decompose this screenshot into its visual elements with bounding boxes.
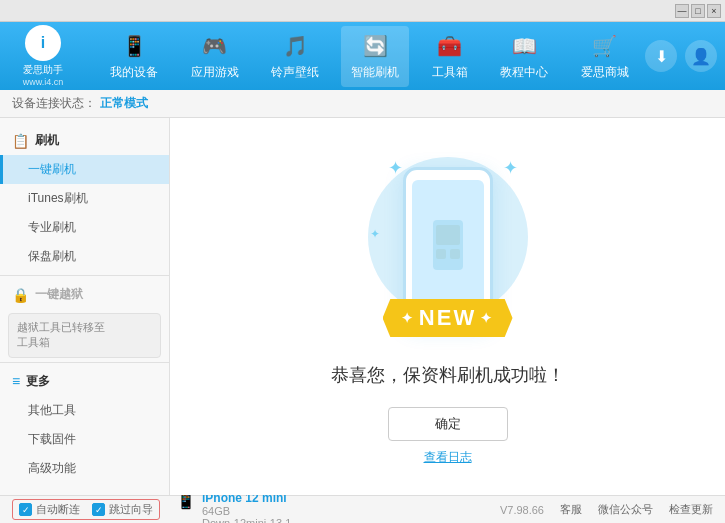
nav-my-device[interactable]: 📱 我的设备 [100,26,168,87]
sidebar-other-tools[interactable]: 其他工具 [0,396,169,425]
sidebar-divider-1 [0,275,169,276]
download-button[interactable]: ⬇ [645,40,677,72]
window-controls[interactable]: — □ × [675,4,721,18]
new-banner: ✦ NEW ✦ [383,299,513,337]
apps-games-icon: 🎮 [201,32,229,60]
nav-vip-mall[interactable]: 🛒 爱思商城 [571,26,639,87]
ringtones-icon: 🎵 [281,32,309,60]
nav-items: 📱 我的设备 🎮 应用游戏 🎵 铃声壁纸 🔄 智能刷机 🧰 工具箱 📖 教程中心… [94,26,645,87]
sidebar-one-click-flash[interactable]: 一键刷机 [0,155,169,184]
sidebar-save-flash[interactable]: 保盘刷机 [0,242,169,271]
success-text: 恭喜您，保资料刷机成功啦！ [331,363,565,387]
title-bar: — □ × [0,0,725,22]
content-area: ✦ ✦ ✦ ✦ NEW ✦ 恭喜您，保资料刷机成功啦！ 确定 查看日志 [170,118,725,495]
device-info-area: 📱 iPhone 12 mini 64GB Down-12mini-13,1 [176,491,291,524]
nav-apps-games[interactable]: 🎮 应用游戏 [181,26,249,87]
flash-section-icon: 📋 [12,133,29,149]
wechat-official-link[interactable]: 微信公众号 [598,502,653,517]
svg-rect-2 [436,249,446,259]
phone-screen [412,180,484,310]
sidebar-pro-flash[interactable]: 专业刷机 [0,213,169,242]
header: i 爱思助手 www.i4.cn 📱 我的设备 🎮 应用游戏 🎵 铃声壁纸 🔄 … [0,22,725,90]
tutorials-icon: 📖 [510,32,538,60]
success-illustration: ✦ ✦ ✦ ✦ NEW ✦ [358,147,538,347]
user-button[interactable]: 👤 [685,40,717,72]
bottom-left: ✓ 自动断连 ✓ 跳过向导 📱 iPhone 12 mini 64GB Down… [12,491,500,524]
device-model: Down-12mini-13,1 [202,517,291,524]
sidebar-advanced[interactable]: 高级功能 [0,454,169,483]
sparkle-2: ✦ [503,157,518,179]
svg-rect-1 [436,225,460,245]
device-storage: 64GB [202,505,291,517]
skip-wizard-checkbox[interactable]: ✓ 跳过向导 [92,502,153,517]
status-bar: 设备连接状态： 正常模式 [0,90,725,118]
sparkle-3: ✦ [370,227,380,241]
confirm-button[interactable]: 确定 [388,407,508,441]
close-button[interactable]: × [707,4,721,18]
version-text: V7.98.66 [500,504,544,516]
jailbreak-lock-icon: 🔒 [12,287,29,303]
auto-disconnect-check-icon: ✓ [19,503,32,516]
bottom-right: V7.98.66 客服 微信公众号 检查更新 [500,502,713,517]
main-layout: 📋 刷机 一键刷机 iTunes刷机 专业刷机 保盘刷机 🔒 一键越狱 越狱工具… [0,118,725,495]
nav-tutorials[interactable]: 📖 教程中心 [490,26,558,87]
phone-screen-graphic [428,215,468,275]
nav-smart-flash[interactable]: 🔄 智能刷机 [341,26,409,87]
smart-flash-icon: 🔄 [361,32,389,60]
sidebar-divider-2 [0,362,169,363]
minimize-button[interactable]: — [675,4,689,18]
logo-text: 爱思助手 www.i4.cn [23,63,64,87]
sparkle-1: ✦ [388,157,403,179]
more-section-icon: ≡ [12,373,20,389]
sidebar-notice: 越狱工具已转移至 工具箱 [8,313,161,358]
new-label: NEW [419,305,476,331]
new-star-left: ✦ [401,310,415,326]
device-details: iPhone 12 mini 64GB Down-12mini-13,1 [202,491,291,524]
auto-disconnect-checkbox[interactable]: ✓ 自动断连 [19,502,80,517]
nav-ringtones[interactable]: 🎵 铃声壁纸 [261,26,329,87]
logo-area: i 爱思助手 www.i4.cn [8,25,78,87]
toolbox-icon: 🧰 [436,32,464,60]
sidebar-itunes-flash[interactable]: iTunes刷机 [0,184,169,213]
sidebar-more-title: ≡ 更多 [0,367,169,396]
nav-toolbox[interactable]: 🧰 工具箱 [422,26,478,87]
svg-rect-3 [450,249,460,259]
sidebar-download-firmware[interactable]: 下载固件 [0,425,169,454]
bottom-bar: ✓ 自动断连 ✓ 跳过向导 📱 iPhone 12 mini 64GB Down… [0,495,725,523]
logo-icon: i [25,25,61,61]
vip-mall-icon: 🛒 [591,32,619,60]
sidebar: 📋 刷机 一键刷机 iTunes刷机 专业刷机 保盘刷机 🔒 一键越狱 越狱工具… [0,118,170,495]
sidebar-jailbreak-title: 🔒 一键越狱 [0,280,169,309]
status-label: 设备连接状态： [12,95,96,112]
my-device-icon: 📱 [120,32,148,60]
maximize-button[interactable]: □ [691,4,705,18]
customer-service-link[interactable]: 客服 [560,502,582,517]
view-log-link[interactable]: 查看日志 [424,449,472,466]
status-value: 正常模式 [100,95,148,112]
skip-wizard-check-icon: ✓ [92,503,105,516]
check-update-link[interactable]: 检查更新 [669,502,713,517]
header-right: ⬇ 👤 [645,40,717,72]
sidebar-flash-title: 📋 刷机 [0,126,169,155]
new-star-right: ✦ [480,310,494,326]
